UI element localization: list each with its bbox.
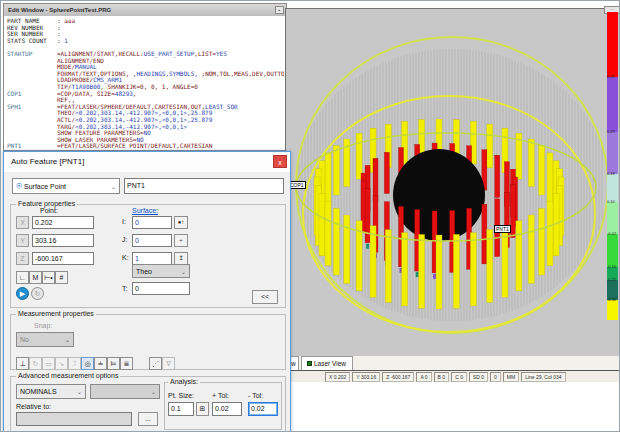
rotate-icon[interactable]: ↻	[29, 357, 42, 370]
x-coordinate-field[interactable]: 0.202	[32, 216, 94, 229]
flip-vector-icon[interactable]: ÷	[174, 234, 188, 247]
surface-point-icon: ⦿	[16, 183, 22, 189]
curve-icon[interactable]: ↘	[55, 357, 68, 370]
test-play-button[interactable]: ▶	[16, 287, 29, 300]
code-line: STARTUP=ALIGNMENT/START,RECALL:USE_PART_…	[7, 51, 284, 58]
scan-scene	[286, 9, 620, 357]
k-label: K:	[122, 254, 129, 261]
j-vector-field[interactable]: 0	[132, 234, 172, 247]
nominals-combo[interactable]: NOMINALS ⌄	[16, 384, 86, 399]
x-axis-button[interactable]: X	[16, 216, 29, 229]
z-axis-button[interactable]: Z	[16, 252, 29, 265]
nominals-combo-value: NOMINALS	[20, 388, 57, 395]
dialog-title[interactable]: Auto Feature [PNT1]	[4, 152, 290, 172]
feature-type-label: Surface Point	[24, 183, 66, 190]
colorbar-segment	[607, 234, 618, 267]
code-line: PNT1=FEAT/LASER/SURFACE POINT/DEFAULT,CA…	[7, 143, 284, 150]
relative-to-label: Relative to:	[16, 403, 51, 410]
status-cell: B 0	[434, 372, 450, 382]
chevron-down-icon: ⌄	[151, 388, 156, 395]
feature-type-combo[interactable]: ⦿ Surface Point ⌄	[12, 178, 120, 194]
point-sequence-icon[interactable]: ⋰	[149, 357, 162, 370]
dimension-info-icon[interactable]: ⊞	[196, 402, 209, 416]
plus-tol-field[interactable]: 0.02	[212, 402, 242, 416]
colorbar-segment	[607, 300, 618, 320]
colorbar-tick-label: 0.10	[607, 200, 618, 204]
measurement-toolbar: ⊥↻▭↘⤴◎≐⊨≣⋰∇	[16, 352, 175, 370]
code-line: COP1=COP/DATA, SIZE=48293,	[7, 91, 284, 98]
level-icon[interactable]: ≐	[94, 357, 107, 370]
code-line: TIP/T1A90B00, SHANKIJK=0, 0, 1, ANGLE=0	[7, 84, 284, 91]
regenerate-button[interactable]: ↻	[31, 287, 44, 300]
colorbar-tick-label: 0.18	[607, 172, 618, 176]
browse-button[interactable]: ...	[138, 412, 158, 426]
tab-laser-view[interactable]: Laser View	[301, 356, 353, 370]
code-line: SHOW FEATURE PARAMETERS=NO	[7, 130, 284, 137]
collapse-button[interactable]: <<	[252, 290, 278, 304]
i-vector-field[interactable]: 0	[132, 216, 172, 229]
colorbar-tick-label: -0.10	[607, 265, 618, 269]
snap-label: Snap:	[34, 322, 52, 329]
laser-view-icon	[307, 361, 312, 366]
chevron-down-icon: ⌄	[77, 388, 82, 395]
code-line: REV NUMBER:	[7, 25, 284, 32]
code-line: ALIGNMENT/END	[7, 58, 284, 65]
measurement-properties-label: Measurement properties	[16, 310, 96, 318]
advanced-options-label: Advanced measurement options	[16, 372, 120, 380]
colorbar-segment	[607, 174, 618, 202]
status-cell: SD 0	[469, 372, 488, 382]
laser-view-canvas[interactable]: ⋯ 0.410.290.180.10-0.02-0.10-0.21-0.32 C…	[285, 8, 620, 356]
probe-depth-icon[interactable]: ⊥	[16, 357, 29, 370]
find-vector-icon[interactable]: ●↑	[174, 216, 188, 229]
point-label: Point:	[40, 207, 58, 214]
status-cell: MM	[503, 372, 519, 382]
status-cell: Line 29, Col 034	[521, 372, 565, 382]
code-line: STATS COUNT: 1	[7, 38, 284, 45]
analysis-label: Analysis:	[168, 378, 200, 386]
filter-icon[interactable]: ∇	[162, 357, 175, 370]
bounding-box-icon[interactable]: ▭	[42, 357, 55, 370]
target-icon[interactable]: ◎	[81, 357, 94, 370]
minus-tol-label: - Tol:	[248, 392, 263, 399]
colorbar-segment	[607, 12, 618, 77]
t-label: T:	[122, 285, 127, 292]
minus-tol-field[interactable]: 0.02	[248, 402, 278, 416]
z-coordinate-field[interactable]: -600.167	[32, 252, 94, 265]
theo-combo-value: Theo	[136, 268, 152, 275]
relative-to-field	[16, 412, 132, 426]
hits-icon[interactable]: ≣	[120, 357, 133, 370]
statusbar: X 0.202Y 303.16Z -600.167A 0B 0C 0SD 00M…	[285, 370, 620, 382]
execute-buttons: ▶↻	[16, 282, 46, 300]
pcdmis-app: Edit Window - SpherePointTest.PRG ▪ PART…	[0, 0, 620, 432]
code-editor[interactable]: PART NAME: aaaREV NUMBER:SER NUMBER:STAT…	[7, 18, 284, 150]
colorbar-tick-label: 0.41	[607, 75, 618, 79]
status-cell: C 0	[451, 372, 467, 382]
colorbar-segment	[607, 132, 618, 174]
theo-combo[interactable]: Theo ⌄	[132, 264, 190, 278]
chevron-down-icon: ⌄	[181, 268, 186, 275]
grid-icon[interactable]: #	[55, 271, 68, 284]
j-label: J:	[122, 236, 127, 243]
y-coordinate-field[interactable]: 303.16	[32, 234, 94, 247]
plus-tol-label: + Tol:	[212, 392, 229, 399]
chevron-down-icon: ⌄	[111, 183, 116, 190]
close-icon[interactable]: x	[273, 155, 287, 168]
status-cell: Z -600.167	[382, 372, 414, 382]
chevron-down-icon: ⌄	[65, 336, 70, 343]
surface-label[interactable]: Surface:	[132, 207, 158, 214]
i-label: I:	[122, 218, 126, 225]
edit-window-titlebar[interactable]: Edit Window - SpherePointTest.PRG	[4, 4, 286, 16]
status-cell: A 0	[416, 372, 431, 382]
code-line: SER NUMBER:	[7, 31, 284, 38]
y-axis-button[interactable]: Y	[16, 234, 29, 247]
offset-icon[interactable]: ⊨	[107, 357, 120, 370]
edit-window-menu-icon[interactable]: ▪	[275, 6, 284, 14]
pt-size-field[interactable]: 0.1	[168, 402, 194, 416]
feature-tag-pnt1[interactable]: PNT1	[494, 225, 511, 233]
colorbar-segment	[607, 77, 618, 132]
path-icon[interactable]: ⤴	[68, 357, 81, 370]
secondary-combo: ⌄	[90, 384, 160, 399]
t-field[interactable]: 0	[132, 282, 190, 295]
snap-combo: No ⌄	[16, 332, 74, 347]
feature-name-field[interactable]: PNT1	[124, 178, 284, 194]
